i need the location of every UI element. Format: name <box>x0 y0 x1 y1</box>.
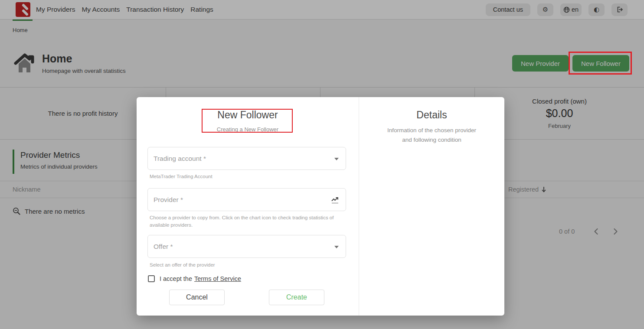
trading-account-helper: MetaTrader Trading Account <box>150 173 212 180</box>
create-button[interactable]: Create <box>269 290 324 305</box>
trading-account-label: Trading account * <box>154 147 206 170</box>
modal-details-pane: Details Information of the chosen provid… <box>359 97 504 316</box>
modal-form-pane: New Follower Creating a New Follower Tra… <box>137 97 359 316</box>
provider-helper: Choose a provider to copy from. Click on… <box>150 214 343 229</box>
modal-subtitle: Creating a New Follower <box>137 126 359 133</box>
provider-label: Provider * <box>154 189 183 211</box>
new-follower-modal: New Follower Creating a New Follower Tra… <box>137 97 504 316</box>
modal-title: New Follower <box>137 109 359 121</box>
caret-down-icon <box>334 246 339 248</box>
modal-actions: Cancel Create <box>137 290 359 305</box>
terms-of-service-link[interactable]: Terms of Service <box>194 275 241 282</box>
trading-account-select[interactable]: Trading account * <box>147 147 346 170</box>
chart-icon <box>331 196 340 205</box>
offer-select[interactable]: Offer * <box>147 235 346 258</box>
details-subtitle: Information of the chosen provider and f… <box>387 126 477 144</box>
provider-select[interactable]: Provider * <box>147 188 346 211</box>
offer-helper: Select an offer of the provider <box>150 261 215 269</box>
app-window: My Providers My Accounts Transaction His… <box>0 0 644 329</box>
details-title: Details <box>359 109 504 121</box>
terms-checkbox[interactable] <box>148 275 155 282</box>
caret-down-icon <box>334 158 339 160</box>
terms-prefix: I accept the <box>160 275 192 282</box>
provider-stats-button[interactable] <box>330 195 341 207</box>
cancel-button[interactable]: Cancel <box>169 290 225 305</box>
terms-row: I accept the Terms of Service <box>148 275 241 282</box>
offer-label: Offer * <box>154 235 173 258</box>
